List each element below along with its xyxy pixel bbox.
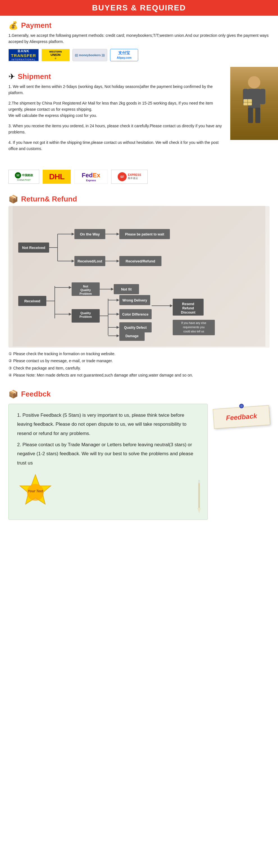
svg-text:Quality Defect: Quality Defect [124,326,147,330]
payment-section: 💰 Payment 1.Generally, we accept the fol… [0,16,278,67]
svg-text:Not fit: Not fit [121,287,132,291]
refund-notes: ① Please check the tracking in formation… [8,350,270,379]
payment-description: 1.Generally, we accept the following pay… [8,32,270,45]
svg-text:Wrong Delivery: Wrong Delivery [123,299,147,302]
gold-badge: Your Text [17,473,54,510]
feedback-note-1: 1. Positive Feedback (5 Stars) is very i… [17,411,199,438]
feedback-layout: 1. Positive Feedback (5 Stars) is very i… [8,401,270,520]
svg-text:could also tell us: could also tell us [183,330,204,333]
refund-note-1: ① Please check the tracking in formation… [8,350,270,358]
svg-rect-79 [198,480,200,483]
svg-rect-1 [248,89,260,108]
payment-logos: BANK TRANSFER INTERNATIONAL WESTERN UNIO… [8,49,270,61]
svg-text:Received: Received [24,299,40,303]
flowchart-bg: Not Received On the Way Please be patien… [8,206,270,348]
refund-icon: 📦 [8,194,18,204]
svg-text:Not Received: Not Received [22,246,45,250]
china-post-logo: ✉ 中国邮政 CHINA POST [8,170,39,184]
svg-rect-77 [198,480,200,508]
svg-marker-78 [198,508,201,514]
svg-text:Resend: Resend [182,302,194,306]
carrier-logos: ✉ 中国邮政 CHINA POST DHL FedEx Express SF E… [0,170,278,189]
svg-text:On the Way: On the Way [80,232,100,236]
shipment-para-1: 1. We will sent the items within 2-5days… [8,84,224,96]
feedback-box: 1. Positive Feedback (5 Stars) is very i… [8,404,208,520]
feedback-card-area: Feedback [213,401,270,427]
moneybookers-logo: ((( moneybookers ))) [72,49,107,61]
feedback-content: 1. Positive Feedback (5 Stars) is very i… [0,401,278,525]
sf-express-logo: SF EXPRESS 顺丰速运 [111,170,148,184]
shipment-para-2: 2.The shipment by China Post Registered … [8,100,224,119]
fedex-logo: FedEx Express [74,170,108,184]
svg-rect-4 [248,107,253,123]
feedback-card-text: Feedback [226,412,257,422]
payment-heading: Payment [21,21,51,30]
svg-text:Please be patient to wait: Please be patient to wait [125,232,164,236]
page-title: BUYERS & REQUIRED [0,3,278,12]
western-union-logo: WESTERN UNION ® [41,49,70,61]
svg-rect-3 [260,89,265,104]
flowchart-svg: Not Received On the Way Please be patien… [8,206,270,346]
svg-text:Problem: Problem [79,292,92,295]
dhl-logo: DHL [43,170,71,184]
svg-text:Refund: Refund [182,306,194,310]
shipment-para-3: 3. When you receive the items you ordere… [8,123,224,135]
svg-text:requirements you: requirements you [183,326,204,329]
payment-content: 1.Generally, we accept the following pay… [0,32,278,67]
svg-text:Quality: Quality [80,288,91,292]
svg-text:Discount: Discount [181,310,195,314]
svg-text:Received/Lost: Received/Lost [77,259,103,263]
gold-badge-container: Your Text [17,473,199,513]
shipment-para-4: 4. If you have not got it within the shi… [8,140,224,152]
feedback-note-2: 2. Please contact us by Trade Manager or… [17,440,199,468]
payment-section-title: 💰 Payment [0,16,278,32]
svg-text:If you have any else: If you have any else [181,321,206,324]
shipment-paragraphs: 1. We will sent the items within 2-5days… [0,84,224,162]
refund-section-title: 📦 Return& Refund [0,189,278,206]
shipment-icon: ✈ [8,72,15,81]
refund-content: Not Received On the Way Please be patien… [0,206,278,384]
badge-text: Your Text [28,488,43,495]
refund-note-2: ② Please contact us by meesage, e-mail, … [8,358,270,365]
refund-section: 📦 Return& Refund Not Received [0,189,278,384]
svg-text:Received/Refund: Received/Refund [126,259,155,263]
bank-transfer-logo: BANK TRANSFER INTERNATIONAL [8,49,39,61]
svg-text:Quality: Quality [80,311,91,315]
feedback-section-title: 📦 Feedbck [0,384,278,401]
pushpin [213,404,270,409]
refund-note-3: ③ Check the package and Item, carefully. [8,365,270,372]
svg-rect-5 [255,107,260,123]
feedback-heading: Feedbck [21,390,51,399]
refund-note-4: ④ Please Note: Men made defects are not … [8,372,270,379]
svg-text:Color Difference: Color Difference [122,312,148,316]
svg-point-0 [248,76,260,89]
shipment-section: ✈ Shipment 1. We will sent the items wit… [0,67,278,190]
alipay-logo: 支付宝 Alipay.com [110,49,138,61]
svg-text:Not: Not [83,285,89,288]
svg-text:Damage: Damage [126,334,139,338]
refund-heading: Return& Refund [21,195,77,204]
payment-icon: 💰 [8,21,18,30]
pencil-decoration [196,480,202,517]
shipment-person-image [230,67,278,140]
feedback-icon: 📦 [8,390,18,399]
svg-text:Problem: Problem [79,315,92,318]
page-header: BUYERS & REQUIRED [0,0,278,16]
feedback-section: 📦 Feedbck 1. Positive Feedback (5 Stars)… [0,384,278,525]
shipment-heading: Shipment [18,72,51,81]
